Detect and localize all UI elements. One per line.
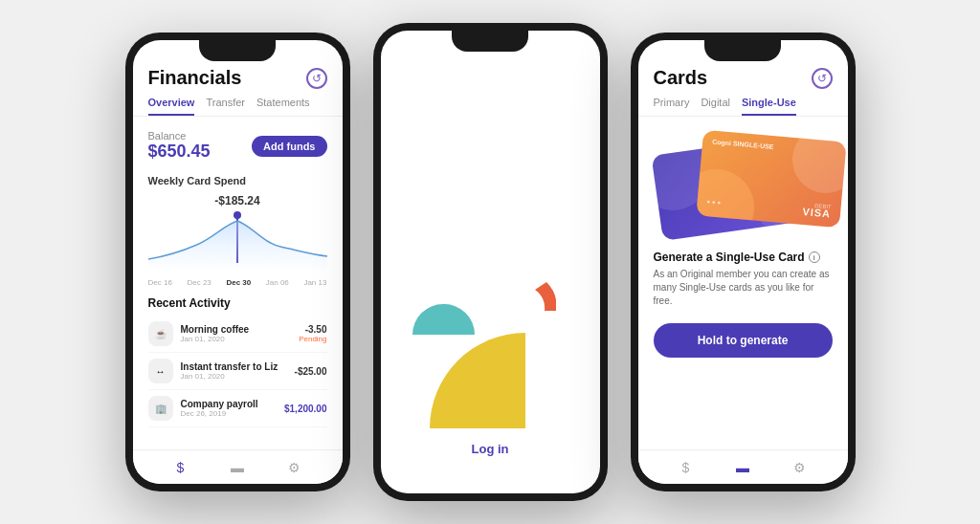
phone-approved: You're Approved! Your Cogni debit card w… (373, 23, 608, 501)
login-button[interactable]: Log in (404, 431, 577, 467)
chart-dot (234, 211, 241, 219)
tab-overview[interactable]: Overview (148, 97, 195, 116)
balance-info: Balance $650.45 (148, 130, 211, 162)
phone-cards: Cards Primary Digital Single-Use (631, 33, 856, 491)
balance-label: Balance (148, 130, 211, 142)
transfer-icon: ↔ (148, 359, 173, 383)
date-dec23: Dec 23 (187, 278, 211, 287)
activity-item-payroll[interactable]: 🏢 Company payroll Dec 26, 2019 $1,200.00 (148, 390, 327, 427)
notch-2 (452, 31, 528, 52)
activity-date-payroll: Dec 26, 2019 (181, 409, 278, 418)
financials-tabs: Overview Transfer Statements (133, 97, 343, 117)
generate-title-text: Generate a Single-Use Card (654, 251, 805, 264)
visa-label: VISA (802, 206, 832, 220)
activity-amount-coffee: -3.50 Pending (299, 324, 326, 343)
cards-bottom-nav: $ ▬ ⚙ (638, 449, 848, 484)
generate-section: Generate a Single-Use Card i As an Origi… (638, 243, 848, 369)
add-funds-button[interactable]: Add funds (252, 136, 326, 157)
activity-item-liz[interactable]: ↔ Instant transfer to Liz Jan 01, 2020 -… (148, 353, 327, 390)
date-jan13: Jan 13 (303, 278, 326, 287)
activity-name-liz: Instant transfer to Liz (181, 361, 287, 372)
date-dec16: Dec 16 (148, 278, 172, 287)
cards-nav-home-icon[interactable]: $ (677, 459, 694, 476)
cards-nav-card-icon[interactable]: ▬ (734, 459, 751, 476)
nav-card-icon[interactable]: ▬ (229, 459, 246, 476)
approved-content: You're Approved! Your Cogni debit card w… (381, 31, 600, 493)
activity-name-coffee: Morning coffee (181, 324, 292, 335)
phone-financials: Financials Overview Transfer Statements … (125, 33, 350, 491)
payroll-icon: 🏢 (148, 396, 173, 421)
recent-activity: Recent Activity ☕ Morning coffee Jan 01,… (133, 289, 343, 427)
chart-area (148, 216, 327, 269)
generate-desc: As an Original member you can create as … (654, 268, 833, 308)
cards-tab-primary[interactable]: Primary (654, 97, 690, 116)
info-icon[interactable]: i (809, 251, 820, 263)
card-front: Cogni SINGLE-USE ••• DEBIT VISA (696, 130, 846, 229)
activity-date-liz: Jan 01, 2020 (181, 372, 287, 381)
hold-to-generate-button[interactable]: Hold to generate (654, 323, 833, 358)
tab-statements[interactable]: Statements (256, 97, 310, 116)
activity-item-coffee[interactable]: ☕ Morning coffee Jan 01, 2020 -3.50 Pend… (148, 316, 327, 353)
approved-title: You're Approved! (404, 107, 577, 157)
bottom-nav-financials: $ ▬ ⚙ (133, 449, 343, 484)
cards-tab-singleuse[interactable]: Single-Use (742, 97, 796, 116)
nav-home-icon[interactable]: $ (171, 459, 189, 476)
chart-amount: -$185.24 (214, 194, 259, 207)
cards-refresh-icon[interactable] (812, 68, 833, 89)
amount-liz: -$25.00 (295, 366, 327, 377)
decorative-shapes (404, 263, 577, 424)
cards-visual: Cogni SINGLE-USE ••• DEBIT VISA (638, 128, 848, 243)
financials-title: Financials (148, 67, 242, 89)
cards-nav-settings-icon[interactable]: ⚙ (791, 459, 809, 476)
amount-coffee: -3.50 (299, 324, 326, 335)
date-dec30: Dec 30 (226, 278, 251, 287)
nav-settings-icon[interactable]: ⚙ (286, 459, 303, 476)
card-front-deco1 (790, 130, 847, 196)
spend-chart: -$185.24 (148, 190, 327, 276)
coffee-icon: ☕ (148, 321, 173, 346)
amount-payroll: $1,200.00 (284, 404, 327, 414)
orange-arc-icon (499, 273, 556, 330)
card-dots: ••• (706, 196, 723, 207)
approved-text: Your Cogni debit card will be mailed to … (404, 168, 577, 263)
balance-row: Balance $650.45 Add funds (133, 126, 343, 171)
tab-transfer[interactable]: Transfer (206, 97, 245, 116)
activity-date-coffee: Jan 01, 2020 (181, 335, 292, 343)
activity-info-liz: Instant transfer to Liz Jan 01, 2020 (181, 361, 287, 381)
refresh-icon[interactable] (306, 68, 327, 89)
balance-amount: $650.45 (148, 142, 211, 162)
weekly-title: Weekly Card Spend (148, 175, 327, 186)
notch-3 (704, 40, 781, 61)
card-label: Cogni SINGLE-USE (712, 138, 774, 150)
activity-info-coffee: Morning coffee Jan 01, 2020 (181, 324, 292, 343)
date-jan06: Jan 06 (266, 278, 289, 287)
yellow-shape-icon (430, 333, 525, 428)
weekly-card-spend: Weekly Card Spend -$185.24 (133, 171, 343, 289)
cards-tab-digital[interactable]: Digital (701, 97, 730, 116)
cards-title: Cards (654, 67, 708, 89)
recent-title: Recent Activity (148, 296, 327, 310)
chart-dates: Dec 16 Dec 23 Dec 30 Jan 06 Jan 13 (148, 276, 327, 289)
activity-name-payroll: Company payroll (181, 399, 278, 409)
generate-title: Generate a Single-Use Card i (654, 251, 833, 264)
notch (199, 40, 276, 61)
cards-tabs: Primary Digital Single-Use (638, 97, 848, 117)
activity-info-payroll: Company payroll Dec 26, 2019 (181, 399, 278, 418)
status-coffee: Pending (299, 335, 326, 343)
